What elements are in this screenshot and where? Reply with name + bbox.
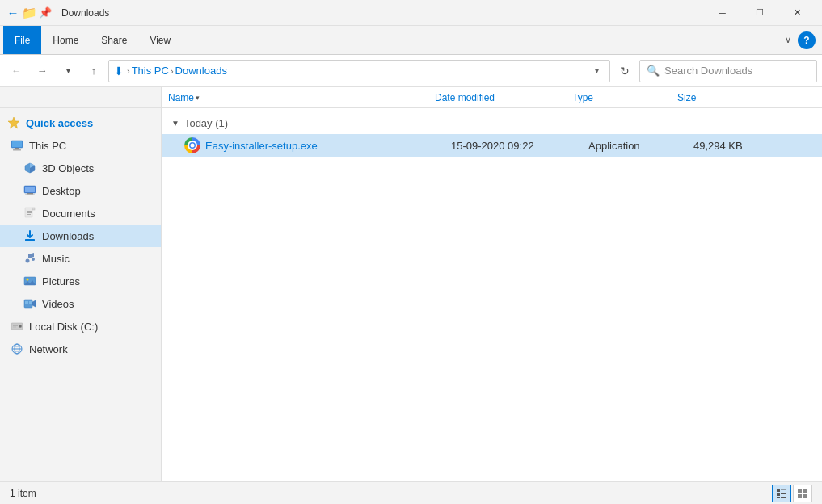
quick-access-label: Quick access [26, 117, 93, 129]
address-crumb-downloads[interactable]: Downloads [175, 65, 227, 77]
up-button[interactable]: ↑ [82, 60, 105, 82]
status-bar: 1 item [0, 481, 822, 504]
sidebar: Quick access This PC [0, 108, 162, 481]
ribbon: File Home Share View ∨ ? [0, 26, 822, 55]
this-pc-label: This PC [29, 140, 66, 152]
view-details-button[interactable] [772, 485, 791, 502]
svg-rect-15 [27, 211, 32, 212]
forward-button[interactable]: → [31, 60, 53, 82]
music-icon [23, 251, 37, 266]
svg-rect-2 [15, 148, 19, 149]
svg-marker-25 [32, 300, 36, 307]
sidebar-item-music[interactable]: Music [0, 247, 161, 270]
address-bar-row: ← → ▾ ↑ ⬇ › This PC › Downloads ▾ ↻ 🔍 Se… [0, 55, 822, 87]
network-label: Network [29, 343, 68, 355]
address-sep-1: › [127, 66, 130, 76]
folder-titlebar-icon: 📁 [23, 6, 36, 19]
tab-share[interactable]: Share [90, 26, 138, 54]
svg-rect-50 [803, 494, 807, 498]
sidebar-item-downloads[interactable]: Downloads [0, 225, 161, 247]
tab-home[interactable]: Home [41, 26, 90, 54]
pin-titlebar-icon[interactable]: 📌 [39, 6, 52, 19]
back-button[interactable]: ← [5, 60, 27, 82]
svg-point-22 [27, 279, 29, 281]
col-header-size[interactable]: Size [677, 92, 758, 103]
col-header-type[interactable]: Type [572, 92, 677, 103]
view-buttons [772, 485, 812, 502]
svg-rect-32 [13, 327, 16, 328]
search-placeholder: Search Downloads [664, 65, 752, 77]
view-list-button[interactable] [793, 485, 812, 502]
table-row[interactable]: Easy-installer-setup.exe 15-09-2020 09:2… [162, 134, 822, 157]
svg-point-20 [32, 258, 35, 261]
address-sep-2: › [171, 66, 174, 76]
svg-rect-16 [27, 212, 32, 213]
maximize-button[interactable]: ☐ [741, 0, 778, 26]
col-header-date[interactable]: Date modified [435, 92, 572, 103]
svg-rect-31 [13, 326, 18, 326]
tab-file[interactable]: File [3, 26, 41, 54]
search-box[interactable]: 🔍 Search Downloads [639, 60, 817, 82]
file-type: Application [588, 140, 693, 152]
column-headers: Name ▾ Date modified Type Size [162, 87, 822, 108]
group-chevron-icon: ▼ [171, 119, 179, 128]
this-pc-icon [10, 138, 24, 153]
sidebar-item-videos[interactable]: Videos [0, 292, 161, 315]
svg-rect-41 [777, 489, 780, 492]
title-bar-icons: ← 📁 📌 [6, 6, 52, 19]
address-dropdown-icon[interactable]: ▾ [588, 66, 605, 75]
sidebar-item-3d-objects[interactable]: 3D Objects [0, 157, 161, 179]
sidebar-item-quick-access[interactable]: Quick access [0, 111, 161, 134]
sidebar-item-network[interactable]: Network [0, 338, 161, 360]
pictures-icon [23, 274, 37, 288]
ribbon-collapse-icon[interactable]: ∨ [782, 33, 795, 47]
documents-label: Documents [42, 208, 95, 220]
svg-rect-27 [29, 301, 32, 304]
sidebar-item-desktop[interactable]: Desktop [0, 179, 161, 202]
recent-locations-button[interactable]: ▾ [57, 60, 79, 82]
svg-rect-42 [781, 489, 786, 490]
sidebar-item-local-disk[interactable]: Local Disk (C:) [0, 315, 161, 338]
group-label: Today (1) [184, 117, 228, 129]
sidebar-item-documents[interactable]: Documents [0, 202, 161, 225]
svg-rect-9 [25, 187, 35, 192]
refresh-button[interactable]: ↻ [613, 60, 636, 82]
sidebar-header-spacer [0, 87, 162, 107]
ribbon-end: ∨ ? [782, 26, 819, 54]
videos-icon [23, 296, 37, 311]
sidebar-item-pictures[interactable]: Pictures [0, 270, 161, 292]
svg-rect-11 [25, 195, 35, 195]
window-controls: ─ ☐ ✕ [704, 0, 816, 26]
svg-rect-18 [25, 239, 35, 241]
file-exe-icon [184, 137, 200, 153]
local-disk-label: Local Disk (C:) [29, 321, 98, 333]
quick-access-icon [6, 116, 21, 130]
col-header-name[interactable]: Name ▾ [168, 92, 435, 103]
svg-rect-46 [781, 497, 786, 498]
tab-view[interactable]: View [138, 26, 182, 54]
column-headers-row: Name ▾ Date modified Type Size [0, 87, 822, 108]
downloads-icon [23, 229, 37, 243]
address-crumb-thispc[interactable]: This PC [132, 65, 169, 77]
item-count: 1 item [10, 488, 36, 499]
downloads-label: Downloads [42, 230, 94, 242]
back-titlebar-icon[interactable]: ← [6, 6, 19, 19]
svg-rect-49 [798, 494, 802, 498]
help-button[interactable]: ? [798, 32, 816, 49]
svg-rect-48 [803, 489, 807, 493]
group-header-today[interactable]: ▼ Today (1) [162, 111, 822, 134]
sidebar-item-this-pc[interactable]: This PC [0, 134, 161, 157]
svg-marker-0 [8, 117, 19, 128]
videos-label: Videos [42, 298, 74, 310]
local-disk-icon [10, 319, 24, 334]
sort-arrow-name: ▾ [196, 94, 200, 102]
file-name: Easy-installer-setup.exe [205, 140, 318, 152]
close-button[interactable]: ✕ [778, 0, 816, 26]
address-box[interactable]: ⬇ › This PC › Downloads ▾ [108, 60, 610, 82]
desktop-label: Desktop [42, 185, 81, 197]
minimize-button[interactable]: ─ [704, 0, 741, 26]
main-layout: Quick access This PC [0, 108, 822, 481]
downloads-address-icon: ⬇ [114, 65, 124, 78]
svg-rect-47 [798, 489, 802, 493]
file-name-cell: Easy-installer-setup.exe [184, 137, 451, 153]
